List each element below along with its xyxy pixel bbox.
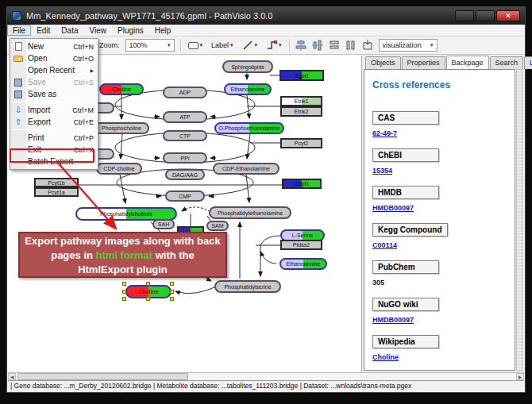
xref-value-wikipedia[interactable]: Choline — [372, 353, 510, 361]
label-tool-button[interactable]: Label ▾ — [210, 39, 235, 52]
tab-properties[interactable]: Properties — [402, 56, 445, 69]
tab-objects[interactable]: Objects — [365, 56, 401, 69]
xref-value-cas[interactable]: 62-49-7 — [372, 129, 510, 137]
selection-handle[interactable] — [170, 297, 174, 301]
visualization-combobox[interactable]: visualization ▾ — [379, 39, 438, 52]
export-image-icon[interactable] — [362, 40, 373, 51]
menu-item-label: Print — [28, 133, 70, 142]
metabolite-node-dag-aag[interactable]: DAG/AAG — [165, 169, 205, 180]
xref-value-chebi[interactable]: 15354 — [372, 167, 510, 175]
tab-legend[interactable]: Legend — [524, 56, 532, 69]
xref-value-hmdb[interactable]: HMDB00097 — [372, 204, 510, 212]
menu-item-import[interactable]: ⇩ImportCtrl+M — [10, 104, 98, 116]
metabolite-node-phosphocholine[interactable]: Phosphocholine — [94, 122, 149, 134]
selection-handle[interactable] — [122, 282, 126, 286]
metabolite-node-sam[interactable]: SAM — [206, 221, 229, 231]
menu-separator — [13, 129, 95, 130]
tab-backpage[interactable]: Backpage — [446, 56, 489, 69]
stack-horizontal-icon[interactable] — [329, 40, 340, 51]
chevron-down-icon: ▾ — [430, 42, 434, 48]
datanode-tool-button[interactable]: ▾ — [187, 39, 205, 52]
chevron-down-icon: ▾ — [200, 42, 203, 48]
zoom-label: Zoom: — [99, 41, 120, 49]
xref-value-pubchem: 305 — [372, 279, 510, 287]
line-icon — [242, 40, 253, 51]
save-disk-icon — [13, 78, 24, 87]
selection-handle[interactable] — [170, 290, 174, 294]
menu-item-label: Save — [28, 78, 70, 87]
menu-item-new[interactable]: NewCtrl+N — [10, 40, 98, 52]
metabolite-node-atp[interactable]: ATP — [163, 111, 207, 123]
menu-icon-spacer — [13, 133, 24, 142]
metabolite-node-sphingolipids[interactable]: Sphingolipids — [222, 60, 273, 73]
menu-item-shortcut: Ctrl+E — [74, 118, 94, 126]
scroll-left-icon[interactable]: ◀ — [8, 373, 16, 380]
sidebar-tabs: ObjectsPropertiesBackpageSearchLegend — [365, 56, 522, 69]
selection-handle[interactable] — [122, 297, 126, 301]
menubar-item-view[interactable]: View — [83, 25, 112, 36]
xref-value-nugo-wiki[interactable]: HMDB00097 — [372, 316, 510, 324]
menubar-item-data[interactable]: Data — [56, 25, 83, 36]
close-button[interactable]: ✕ — [496, 10, 520, 21]
metabolite-node-choline[interactable]: Choline — [99, 83, 144, 95]
import-icon: ⇩ — [13, 106, 24, 114]
scrollbar-thumb[interactable] — [17, 373, 188, 380]
selection-handle[interactable] — [170, 282, 174, 286]
gene-node-sgpl1[interactable]: Sgpl1 — [279, 70, 324, 81]
menu-item-save-as[interactable]: Save as — [10, 88, 98, 100]
menu-item-print[interactable]: PrintCtrl+P — [10, 132, 98, 144]
metabolite-node-phosphatidylethanolamine[interactable]: Phosphatidylethanolamine — [209, 206, 291, 219]
selection-handle[interactable] — [146, 297, 150, 301]
status-text: | Gene database: ...m_Derby_20120602.bri… — [10, 382, 411, 390]
menu-item-shortcut: Ctrl+M — [72, 106, 94, 114]
tab-search[interactable]: Search — [490, 56, 524, 69]
gene-node-etnk1[interactable]: Etnk1 — [280, 96, 322, 106]
minimize-button[interactable] — [455, 10, 474, 21]
align-center-icon[interactable] — [295, 40, 306, 51]
metabolite-node-sah[interactable]: SAH — [152, 219, 175, 229]
menu-item-export[interactable]: ⇧ExportCtrl+E — [10, 116, 98, 128]
gene-node-etnk2[interactable]: Etnk2 — [280, 106, 322, 117]
metabolite-node-ethanolamine[interactable]: Ethanolamine — [224, 83, 272, 95]
zoom-combobox[interactable]: 100% ▾ — [125, 39, 175, 52]
metabolite-node-ppi[interactable]: PPi — [163, 152, 207, 164]
backpage-panel: Cross references CAS62-49-7ChEBI15354HMD… — [364, 69, 515, 371]
chevron-down-icon: ▾ — [168, 42, 171, 48]
align-middle-icon[interactable] — [312, 40, 323, 51]
xref-header-cas: CAS — [372, 111, 439, 125]
xref-header-hmdb: HMDB — [372, 186, 439, 199]
menubar-item-edit[interactable]: Edit — [31, 25, 56, 36]
stack-vertical-icon[interactable] — [345, 40, 357, 51]
metabolite-node-phosphatidylserine[interactable]: Phosphatidylserine — [214, 280, 281, 293]
metabolite-node-adp[interactable]: ADP — [163, 87, 207, 98]
xref-header-nugo-wiki: NuGO wiki — [372, 298, 439, 311]
gene-node-ptdss2[interactable]: Ptdss2 — [280, 240, 322, 250]
metabolite-node-ctp[interactable]: CTP — [163, 130, 207, 141]
selection-handle[interactable] — [146, 282, 150, 286]
scroll-right-icon[interactable]: ▶ — [516, 373, 524, 380]
menu-item-shortcut: Ctrl+S — [74, 79, 94, 87]
menubar-item-file[interactable]: File — [7, 25, 31, 36]
selection-handle[interactable] — [122, 290, 126, 294]
menu-item-open[interactable]: OpenCtrl+O — [10, 52, 98, 64]
menubar-item-help[interactable]: Help — [149, 25, 177, 36]
metabolite-node-o-phosphoethanolamine[interactable]: O-Phosphoethanolamine — [214, 122, 284, 134]
gene-node-pcyt1b[interactable]: Pcyt1b — [34, 178, 79, 187]
metabolite-node-cdp-choline[interactable]: CDP-choline — [96, 163, 142, 175]
maximize-button[interactable] — [476, 10, 495, 21]
gene-node-pcyt1a[interactable]: Pcyt1a — [34, 187, 79, 197]
horizontal-scrollbar[interactable]: ◀ ▶ — [8, 372, 524, 380]
metabolite-node-cmp[interactable]: CMP — [165, 190, 205, 202]
sidebar-scrollbar[interactable] — [516, 69, 522, 371]
xref-value-kegg-compound[interactable]: C00114 — [372, 241, 510, 249]
connector-tool-button[interactable]: ▾ — [264, 39, 283, 52]
menu-item-open-recent[interactable]: Open Recent▶ — [10, 64, 98, 76]
menubar-item-plugins[interactable]: Plugins — [112, 25, 149, 36]
metabolite-node-cdp-ethanolamine[interactable]: CDP-Ethanolamine — [213, 163, 279, 175]
line-tool-button[interactable]: ▾ — [241, 39, 260, 52]
title-bar[interactable]: Mm_Kennedy_pathway_WP1771_45176.gpml - P… — [7, 7, 525, 25]
gene-node-cept1[interactable]: Cept1 — [282, 179, 322, 189]
sidebar: ObjectsPropertiesBackpageSearchLegend Cr… — [362, 56, 524, 372]
metabolite-node-ethanolamine[interactable]: Ethanolamine — [279, 258, 327, 270]
gene-node-pcyt2[interactable]: Pcyt2 — [280, 138, 322, 148]
